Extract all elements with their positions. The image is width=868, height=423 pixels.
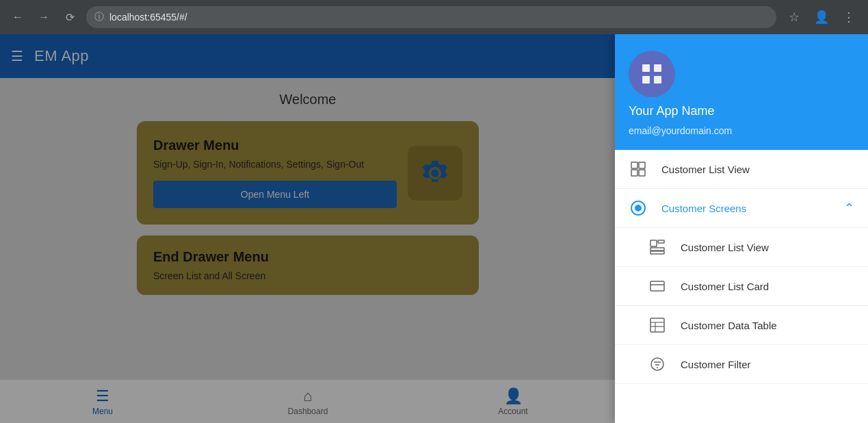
- filter-icon: [648, 355, 667, 374]
- end-drawer-card-subtitle: Screen List and All Screen: [153, 270, 462, 281]
- drawer-menu-card-title: Drawer Menu: [153, 138, 397, 153]
- sub-item-label-customer-list-view: Customer List View: [681, 242, 769, 253]
- svg-rect-5: [639, 162, 645, 168]
- forward-button[interactable]: →: [34, 8, 53, 27]
- end-drawer-card-title: End Drawer Menu: [153, 249, 462, 265]
- svg-rect-16: [650, 318, 664, 332]
- table-icon: [629, 159, 648, 179]
- browser-chrome: ← → ⟳ ⓘ localhost:65455/#/ ☆ 👤 ⋮: [0, 0, 868, 34]
- app-header: ☰ EM App: [0, 34, 616, 78]
- drawer-item-customer-screens[interactable]: Customer Screens ⌃: [615, 189, 868, 228]
- dashboard-nav-icon: ⌂: [303, 387, 312, 405]
- svg-rect-3: [654, 76, 661, 84]
- drawer-item-label-customer-screens: Customer Screens: [661, 203, 830, 214]
- card-content: Drawer Menu Sign-Up, Sign-In, Notificati…: [153, 138, 397, 208]
- drawer-item-customer-list-view[interactable]: Customer List View: [615, 150, 868, 189]
- sub-item-label-customer-list-card: Customer List Card: [681, 281, 769, 292]
- open-menu-left-button[interactable]: Open Menu Left: [153, 181, 397, 208]
- svg-rect-4: [631, 162, 637, 168]
- svg-rect-1: [654, 64, 661, 72]
- menu-dots-button[interactable]: ⋮: [838, 6, 860, 28]
- welcome-title: Welcome: [280, 92, 337, 107]
- bookmark-button[interactable]: ☆: [783, 6, 805, 28]
- drawer-avatar: [629, 51, 675, 97]
- card-icon: [648, 277, 667, 296]
- svg-rect-10: [650, 240, 657, 246]
- sub-item-label-customer-data-table: Customer Data Table: [681, 320, 777, 331]
- chevron-up-icon: ⌃: [844, 201, 854, 216]
- svg-rect-11: [658, 240, 664, 243]
- drawer-menu-card-subtitle: Sign-Up, Sign-In, Notifications, Setting…: [153, 159, 397, 170]
- drawer-menu-card: Drawer Menu Sign-Up, Sign-In, Notificati…: [137, 121, 479, 225]
- app-title: EM App: [34, 47, 89, 65]
- gear-icon: [420, 158, 450, 188]
- sub-item-customer-list-view[interactable]: Customer List View: [615, 228, 868, 267]
- end-drawer-menu-card: End Drawer Menu Screen List and All Scre…: [137, 235, 479, 295]
- svg-rect-0: [642, 64, 650, 72]
- nav-item-account[interactable]: 👤 Account: [410, 382, 616, 422]
- card-icon-box: [408, 146, 462, 201]
- refresh-button[interactable]: ⟳: [60, 8, 79, 27]
- drawer-app-name: Your App Name: [629, 104, 714, 118]
- profile-button[interactable]: 👤: [811, 6, 832, 28]
- sub-item-customer-list-card[interactable]: Customer List Card: [615, 267, 868, 306]
- main-content: Welcome Drawer Menu Sign-Up, Sign-In, No…: [0, 78, 616, 379]
- info-icon: ⓘ: [94, 11, 104, 23]
- nav-label-account: Account: [498, 407, 527, 416]
- sub-item-customer-filter[interactable]: Customer Filter: [615, 345, 868, 384]
- address-bar[interactable]: ⓘ localhost:65455/#/: [86, 6, 776, 28]
- svg-rect-14: [650, 281, 664, 291]
- data-table-icon: [648, 316, 667, 335]
- app-wrapper: ☰ EM App Welcome Drawer Menu Sign-Up, Si…: [0, 34, 868, 423]
- sub-item-customer-data-table[interactable]: Customer Data Table: [615, 306, 868, 345]
- nav-item-dashboard[interactable]: ⌂ Dashboard: [205, 382, 410, 422]
- back-button[interactable]: ←: [8, 8, 27, 27]
- app-grid-icon: [640, 62, 664, 86]
- radio-circle-icon: [629, 198, 648, 218]
- nav-item-menu[interactable]: ☰ Menu: [0, 382, 205, 422]
- bottom-nav: ☰ Menu ⌂ Dashboard 👤 Account: [0, 379, 616, 423]
- svg-rect-13: [650, 251, 664, 254]
- list-view-icon: [648, 238, 667, 257]
- hamburger-icon[interactable]: ☰: [11, 48, 23, 64]
- sub-item-label-customer-filter: Customer Filter: [681, 359, 751, 370]
- svg-rect-7: [639, 170, 645, 176]
- drawer-item-label-customer-list-view: Customer List View: [661, 164, 854, 175]
- menu-nav-icon: ☰: [96, 387, 109, 405]
- svg-rect-12: [650, 248, 664, 251]
- drawer-panel: Your App Name email@yourdomain.com Custo…: [615, 34, 868, 423]
- svg-rect-2: [642, 76, 650, 84]
- svg-rect-6: [631, 170, 637, 176]
- drawer-email: email@yourdomain.com: [629, 125, 732, 136]
- account-nav-icon: 👤: [504, 387, 523, 405]
- svg-point-9: [635, 205, 642, 212]
- url-text: localhost:65455/#/: [109, 12, 187, 23]
- nav-label-dashboard: Dashboard: [288, 407, 328, 416]
- drawer-menu: Customer List View Customer Screens ⌃ Cu…: [615, 150, 868, 423]
- drawer-header: Your App Name email@yourdomain.com: [615, 34, 868, 150]
- svg-point-20: [651, 358, 663, 370]
- nav-label-menu: Menu: [92, 407, 113, 416]
